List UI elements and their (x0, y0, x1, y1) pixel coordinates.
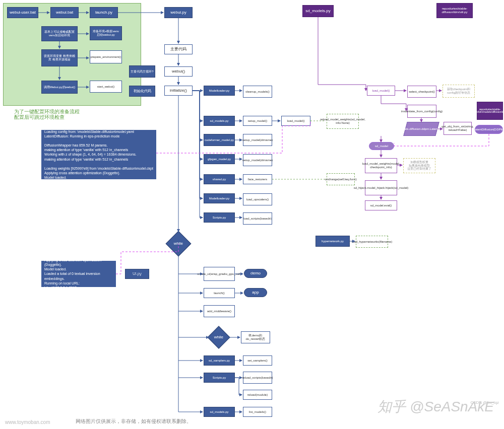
node-while: while (166, 231, 192, 257)
node-reload-mod: reload(module) (243, 390, 272, 400)
node-webui-fn: webui() (164, 66, 193, 77)
node-initialize: initialize() (164, 86, 193, 96)
node-ldm-models: ldm.models.diffusion.ddpm.LatentDiffusio… (403, 122, 439, 136)
node-app: app (244, 288, 267, 297)
node-sd-models: sd_models.py (204, 116, 235, 126)
node-codeformer: codeformer_model.py (204, 134, 235, 146)
node-select-ckpt: select_checkpoint() (407, 86, 436, 98)
node-start-webui: start_webui() (90, 81, 122, 93)
node-sd-samplers: sd_samplers.py (204, 355, 235, 366)
node-get-ckpt: 获取checkpoint和config路径等信息 (443, 85, 475, 98)
node-get-obj: get_obj_from_str(string, reload=False) (444, 122, 472, 135)
node-main-code: 主要代码 (164, 44, 193, 54)
node-load-model-outlined: load_model() (281, 116, 310, 126)
footer-mid: 网络图片仅供展示，非存储，如有侵权请联系删除。 (76, 418, 192, 425)
node-restart: 依demo的do_restart状态 (241, 331, 270, 343)
node-scripts1: Scripts.py (204, 212, 235, 223)
node-setup-dir1: setup_model(dirname) (243, 134, 272, 146)
node-left-n3: 调用Webui.py的webui() (41, 81, 78, 94)
note-config: Loading config from: \models\Stable-diff… (41, 130, 156, 179)
node-sd-models-py: sd_models.py (302, 5, 334, 17)
node-reload-weights: reload_model_weights(sd_model, info:None… (327, 114, 359, 129)
node-create-ui: create_ui(wrap_gradio_gpu_call) (204, 267, 235, 281)
node-face: face_restorers (243, 174, 272, 184)
node-hypernet: hypernetwork.py (316, 236, 350, 247)
node-left-n2: 设置环境变量 检查依赖库 检查开源项目 (41, 49, 78, 66)
node-init-code: 初始化代码 (129, 86, 155, 97)
node-load-weights: load_model_weights(model, checkpoint_inf… (365, 158, 397, 173)
node-eval: sd_model.eval() (365, 200, 397, 210)
node-scripts2: Scripts.py (204, 373, 235, 383)
node-set-samplers: set_samplers() (243, 355, 272, 366)
node-load-hyper: load_hypernetworks(filename) (356, 236, 388, 248)
node-instantiate: instantiate_from_config(config) (407, 105, 436, 118)
node-load-up: load_upscalers() (243, 193, 272, 205)
node-webui-py: webui.py (164, 7, 193, 18)
node-cleanup: cleanup_models() (243, 86, 272, 98)
node-webui-bat: webui.bat (50, 7, 79, 18)
node-repo-util: repositories/stable-diffusion/ldm/util.p… (436, 3, 473, 18)
node-webui-user-bat: webui-user.bat (7, 7, 38, 18)
node-setup-model: setup_model() (243, 116, 272, 126)
node-load-model-purple: load_model() (367, 86, 395, 96)
node-sd-model-label: sd_model (369, 142, 394, 150)
node-demo: demo (244, 269, 267, 278)
node-modelloader1: Modelloader.py (204, 86, 235, 96)
node-note-right: 加载模型权重 如果单纯看模型 这里已经算结束了 (403, 158, 435, 173)
note-ui: Applying cross attention optimization (D… (41, 261, 116, 287)
node-launch-py: launch.py (90, 7, 118, 18)
green-zone-label: 为了一键配置环境的准备流程 配置后可跳过环境检查 (4, 108, 90, 121)
node-modelloader2: Modelloader.py (204, 193, 235, 203)
node-shared: shared.py (204, 174, 235, 184)
node-left-n1: 基本上可以省略或配置venv加启动环境 (41, 26, 78, 41)
node-inner-while: while (207, 326, 230, 348)
watermark: 知乎 @SeASnAkE (377, 397, 494, 416)
node-add-mid: add_middleware() (204, 305, 235, 317)
node-main-loop: 主要代码主循环? (129, 65, 155, 78)
node-repo-ddpm: repositories/stable-diffusion/ldm/models… (477, 102, 503, 120)
node-load-scripts: load_scripts(basedir) (243, 212, 272, 225)
node-list-models: list_models() (243, 407, 272, 417)
node-onchange: onchange(self,key,func) (327, 173, 355, 185)
node-latent-diff: LatentDiffusion(DDPM) (475, 125, 503, 134)
node-sd-models2: sd_models.py (204, 407, 235, 417)
footer-left: www.toymoban.com (5, 419, 50, 425)
node-reload-scripts: reload_scripts(basedir) (243, 372, 272, 384)
node-launch: launch() (204, 288, 235, 298)
node-setup-dir2: setup_model(dirname) (243, 154, 272, 166)
node-ui-py: Ui.py (125, 269, 149, 279)
node-hijack: sd_hijack.model_hijack.hijack(sd_model) (365, 180, 397, 195)
node-prepare-env: prepare_environment() (90, 50, 122, 63)
node-gfpgan: gfpgan_model.py (204, 154, 235, 164)
node-left-n4: 准备环境+根据venv启动webui.py (90, 26, 122, 40)
